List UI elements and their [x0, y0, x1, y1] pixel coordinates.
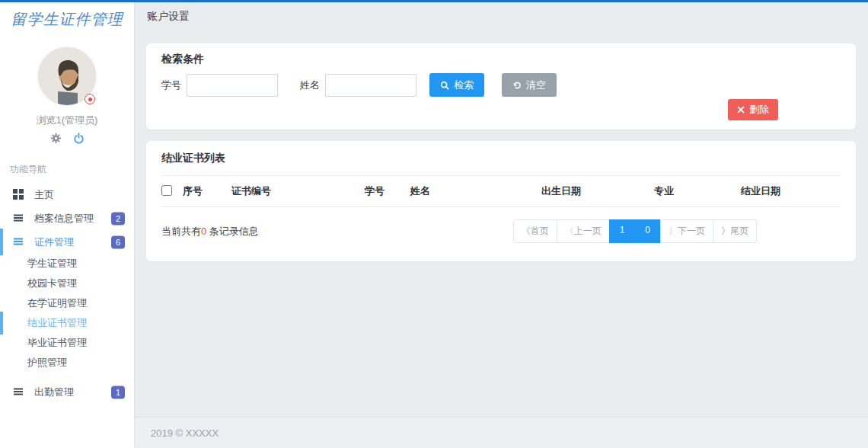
- col-birth-date: 出生日期: [541, 176, 654, 207]
- gear-icon[interactable]: [50, 133, 62, 144]
- summary-row: 当前共有0 条记录信息 《首页 〈上一页 1 0 〉下一页 》尾页: [161, 219, 841, 243]
- sidebar-item-certificates[interactable]: 证件管理 6: [0, 230, 134, 254]
- sidebar-item-label: 主页: [34, 188, 54, 202]
- sidebar-menu: 主页 档案信息管理 2 证件管理 6 学生证管理 校园卡管理 在学证明管理: [0, 183, 134, 404]
- name-group: 姓名: [300, 74, 416, 97]
- avatar[interactable]: [37, 46, 97, 106]
- student-id-group: 学号: [161, 74, 278, 97]
- badge-count: 2: [111, 212, 125, 225]
- clear-button[interactable]: 清空: [502, 73, 557, 97]
- sidebar: 留学生证件管理 浏览1(管理员): [0, 2, 134, 448]
- certificates-submenu: 学生证管理 校园卡管理 在学证明管理 结业证书管理 毕业证书管理 护照管理: [0, 254, 134, 373]
- list-panel-title: 结业证书列表: [161, 152, 841, 165]
- record-count-summary: 当前共有0 条记录信息: [161, 225, 259, 238]
- sidebar-subitem-passport[interactable]: 护照管理: [0, 353, 134, 373]
- clear-button-label: 清空: [526, 78, 546, 92]
- col-completion-date: 结业日期: [741, 176, 841, 207]
- sidebar-subitem-label: 学生证管理: [27, 257, 77, 270]
- sidebar-subitem-label: 结业证书管理: [27, 316, 87, 330]
- top-accent-bar: [0, 0, 868, 2]
- power-icon[interactable]: [73, 133, 85, 144]
- col-name: 姓名: [410, 176, 541, 207]
- x-icon: [737, 106, 745, 114]
- undo-icon: [512, 81, 522, 90]
- sidebar-subitem-label: 毕业证书管理: [27, 336, 87, 350]
- select-all-checkbox[interactable]: [161, 185, 172, 196]
- user-profile: 浏览1(管理员): [0, 46, 134, 144]
- pagination-prev[interactable]: 〈上一页: [557, 219, 610, 243]
- sidebar-item-label: 档案信息管理: [34, 212, 94, 226]
- search-panel: 检索条件 学号 姓名 检索: [146, 43, 856, 130]
- student-id-input[interactable]: [187, 74, 278, 97]
- list-icon: [13, 236, 24, 248]
- delete-button[interactable]: 删除: [728, 99, 778, 120]
- sidebar-item-home[interactable]: 主页: [0, 183, 134, 206]
- sidebar-subitem-enrollment-proof[interactable]: 在学证明管理: [0, 293, 134, 313]
- certificate-table: 序号 证书编号 学号 姓名 出生日期 专业 结业日期: [161, 175, 841, 207]
- sidebar-item-label: 证件管理: [34, 235, 74, 249]
- student-id-label: 学号: [161, 78, 181, 92]
- sidebar-subitem-label: 校园卡管理: [27, 277, 77, 290]
- sidebar-subitem-label: 护照管理: [27, 356, 67, 370]
- user-actions: [0, 133, 134, 144]
- col-student-id: 学号: [365, 176, 410, 207]
- grid-icon: [13, 189, 24, 200]
- pagination-page-0[interactable]: 0: [634, 219, 661, 243]
- col-seq: 序号: [183, 176, 231, 207]
- delete-row: 删除: [161, 99, 841, 120]
- magnifier-icon: [440, 81, 449, 90]
- list-icon: [13, 213, 24, 224]
- search-button-label: 检索: [454, 78, 474, 92]
- pagination-page-1[interactable]: 1: [609, 219, 636, 243]
- user-name: 浏览1(管理员): [0, 114, 134, 127]
- search-panel-title: 检索条件: [161, 53, 841, 66]
- name-label: 姓名: [300, 78, 320, 92]
- badge-count: 6: [111, 235, 125, 248]
- content: 检索条件 学号 姓名 检索: [134, 30, 868, 417]
- pagination-last[interactable]: 》尾页: [713, 219, 757, 243]
- footer: 2019 © XXXXX: [134, 417, 868, 448]
- search-button[interactable]: 检索: [429, 73, 484, 97]
- pagination-next[interactable]: 〉下一页: [660, 219, 713, 243]
- certificate-list-panel: 结业证书列表 序号 证书编号 学号 姓名 出生日期 专业: [146, 141, 856, 261]
- pagination: 《首页 〈上一页 1 0 〉下一页 》尾页: [513, 219, 757, 243]
- app-layout: 留学生证件管理 浏览1(管理员): [0, 0, 868, 448]
- sidebar-subitem-graduation-cert[interactable]: 毕业证书管理: [0, 333, 134, 353]
- sidebar-item-attendance[interactable]: 出勤管理 1: [0, 380, 134, 404]
- copyright-text: 2019 © XXXXX: [151, 427, 219, 439]
- app-brand-title: 留学生证件管理: [0, 2, 134, 34]
- search-form: 学号 姓名 检索 清空: [161, 73, 841, 97]
- list-icon: [13, 386, 24, 398]
- badge-count: 1: [111, 386, 125, 398]
- sidebar-subitem-student-card[interactable]: 学生证管理: [0, 254, 134, 274]
- sidebar-section-label: 功能导航: [10, 163, 134, 176]
- table-header-row: 序号 证书编号 学号 姓名 出生日期 专业 结业日期: [161, 176, 841, 207]
- summary-suffix: 条记录信息: [206, 226, 259, 237]
- main-area: 账户设置 检索条件 学号 姓名 检索: [134, 2, 868, 448]
- name-input[interactable]: [325, 74, 416, 97]
- pagination-first[interactable]: 《首页: [513, 219, 557, 243]
- col-cert-no: 证书编号: [231, 176, 365, 207]
- page-title: 账户设置: [147, 10, 190, 22]
- sidebar-subitem-campus-card[interactable]: 校园卡管理: [0, 274, 134, 293]
- sidebar-item-archives[interactable]: 档案信息管理 2: [0, 206, 134, 230]
- col-major: 专业: [654, 176, 741, 207]
- summary-prefix: 当前共有: [161, 226, 201, 237]
- topbar: 账户设置: [134, 2, 868, 30]
- sidebar-subitem-completion-cert[interactable]: 结业证书管理: [0, 313, 134, 333]
- sidebar-subitem-label: 在学证明管理: [27, 296, 87, 310]
- delete-button-label: 删除: [749, 103, 769, 117]
- record-dot-icon: [85, 94, 95, 104]
- sidebar-item-label: 出勤管理: [34, 386, 74, 399]
